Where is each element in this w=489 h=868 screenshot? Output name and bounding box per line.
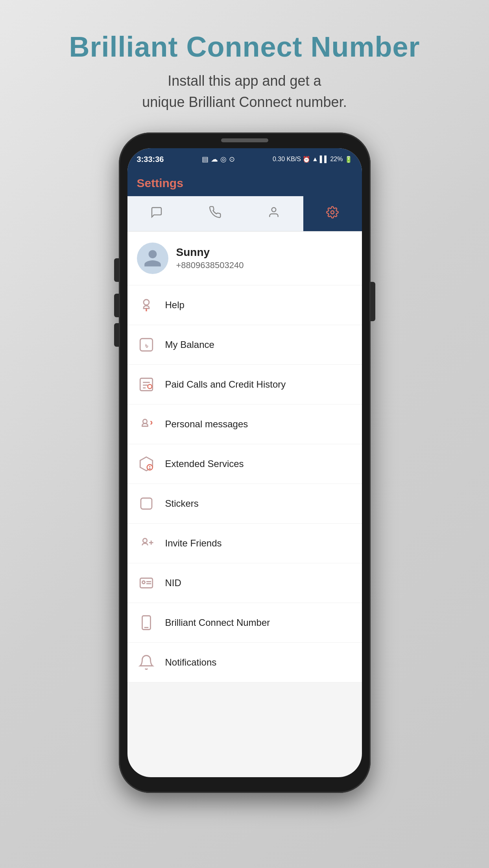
alarm-icon: ⏰ (303, 156, 310, 163)
menu-item-notifications[interactable]: Notifications (127, 643, 362, 682)
notifications-label: Notifications (165, 657, 217, 668)
tab-settings[interactable] (303, 196, 362, 231)
invite-friends-icon (137, 534, 156, 553)
battery-icon: 🔋 (345, 156, 352, 163)
stickers-icon (137, 494, 156, 513)
messenger-icon: ☁ (211, 155, 218, 164)
help-icon (137, 296, 156, 314)
tab-chat[interactable] (127, 196, 186, 231)
svg-point-2 (144, 300, 149, 305)
status-icons: ▤ ☁ ◎ ⊙ (202, 155, 235, 164)
whatsapp-icon: ◎ (220, 155, 227, 164)
svg-point-1 (331, 211, 334, 214)
content-area: Sunny +8809638503240 Help (127, 232, 362, 682)
help-label: Help (165, 300, 185, 311)
status-right: 0.30 KB/S ⏰ ▲ ▌▌ 22% 🔋 (273, 156, 352, 163)
extended-services-icon (137, 454, 156, 473)
phone-earpiece (221, 138, 268, 142)
settings-icon (326, 206, 339, 221)
menu-item-bcn[interactable]: Brilliant Connect Number (127, 603, 362, 643)
svg-point-20 (142, 581, 145, 584)
invite-friends-label: Invite Friends (165, 538, 222, 549)
tab-contacts[interactable] (245, 196, 303, 231)
page-title: Brilliant Connect Number (69, 31, 420, 63)
signal-icon: ▌▌ (320, 156, 329, 163)
menu-item-nid[interactable]: NID (127, 563, 362, 603)
page-header: Brilliant Connect Number Install this ap… (69, 0, 420, 113)
svg-point-14 (149, 469, 150, 469)
page-subtitle: Install this app and get a unique Brilli… (69, 70, 420, 113)
app-icon: ⊙ (229, 155, 235, 164)
tab-bar (127, 196, 362, 232)
profile-info: Sunny +8809638503240 (176, 246, 244, 270)
balance-label: My Balance (165, 339, 214, 350)
personal-messages-label: Personal messages (165, 419, 248, 430)
chat-icon (150, 206, 163, 221)
stickers-label: Stickers (165, 498, 199, 509)
nid-label: NID (165, 577, 181, 588)
speed-indicator: 0.30 KB/S (273, 156, 301, 163)
wifi-icon: ▲ (312, 156, 318, 163)
settings-title: Settings (137, 177, 352, 190)
svg-text:৳: ৳ (144, 342, 148, 350)
phone-mockup: 3:33:36 ▤ ☁ ◎ ⊙ 0.30 KB/S ⏰ ▲ ▌▌ 22% 🔋 (119, 132, 371, 793)
app-header: Settings (127, 170, 362, 196)
menu-item-invite-friends[interactable]: Invite Friends (127, 524, 362, 563)
paid-calls-icon (137, 375, 156, 394)
svg-point-0 (272, 208, 276, 212)
profile-name: Sunny (176, 246, 244, 259)
menu-item-paid-calls[interactable]: Paid Calls and Credit History (127, 365, 362, 405)
menu-item-extended-services[interactable]: Extended Services (127, 444, 362, 484)
contacts-icon (268, 206, 280, 221)
balance-icon: ৳ (137, 335, 156, 354)
nid-icon (137, 574, 156, 592)
status-time: 3:33:36 (137, 155, 164, 164)
notifications-icon (137, 653, 156, 672)
personal-messages-icon (137, 415, 156, 434)
avatar (137, 243, 168, 274)
bcn-icon (137, 613, 156, 632)
status-bar: 3:33:36 ▤ ☁ ◎ ⊙ 0.30 KB/S ⏰ ▲ ▌▌ 22% 🔋 (127, 148, 362, 170)
svg-point-10 (148, 384, 152, 389)
svg-point-16 (143, 539, 147, 543)
paid-calls-label: Paid Calls and Credit History (165, 379, 286, 390)
calls-icon (209, 206, 221, 221)
phone-screen: 3:33:36 ▤ ☁ ◎ ⊙ 0.30 KB/S ⏰ ▲ ▌▌ 22% 🔋 (127, 148, 362, 777)
phone-shell: 3:33:36 ▤ ☁ ◎ ⊙ 0.30 KB/S ⏰ ▲ ▌▌ 22% 🔋 (119, 132, 371, 793)
notification-icon: ▤ (202, 155, 209, 164)
extended-services-label: Extended Services (165, 458, 244, 469)
menu-item-balance[interactable]: ৳ My Balance (127, 325, 362, 365)
profile-section[interactable]: Sunny +8809638503240 (127, 232, 362, 285)
bcn-label: Brilliant Connect Number (165, 617, 270, 628)
svg-point-11 (143, 419, 147, 424)
battery-label: 22% (330, 156, 343, 163)
svg-point-3 (146, 309, 147, 310)
svg-rect-15 (141, 498, 152, 509)
profile-phone: +8809638503240 (176, 260, 244, 270)
menu-item-help[interactable]: Help (127, 285, 362, 325)
menu-item-personal-messages[interactable]: Personal messages (127, 405, 362, 444)
menu-item-stickers[interactable]: Stickers (127, 484, 362, 524)
tab-calls[interactable] (186, 196, 245, 231)
